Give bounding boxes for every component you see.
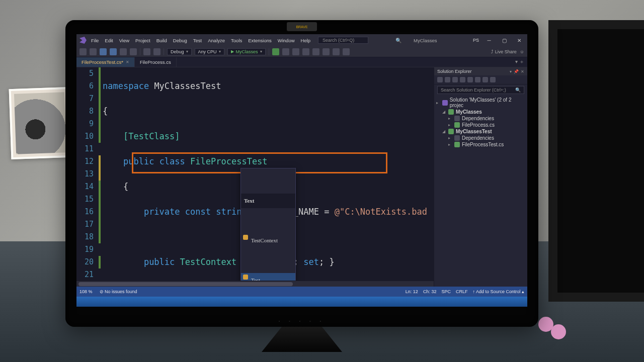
zoom-level[interactable]: 108 % [79,289,93,294]
cs-file-icon [454,142,460,147]
intellisense-item[interactable]: TestContext [241,233,295,248]
live-share-button[interactable]: ⤴ Live Share [491,49,517,54]
webcam: BRAVE [287,22,317,31]
account-badge[interactable]: PS [473,38,479,43]
tab-label: FileProcess.cs [140,59,171,65]
feedback-icon[interactable]: ☺ [520,49,524,54]
app-title: MyClasses [414,38,437,43]
config-dropdown[interactable]: Debug [167,48,192,55]
save-icon[interactable] [120,48,127,55]
csproj-icon [448,109,454,115]
solution-explorer: Solution Explorer ▾ 📌 ✕ [434,67,527,287]
source-control-button[interactable]: ↑ Add to Source Control ▴ [472,289,524,294]
properties-icon[interactable] [467,77,473,82]
menu-extensions[interactable]: Extensions [246,37,274,44]
nav-fwd-icon[interactable] [90,48,97,55]
search-box[interactable]: Search (Ctrl+Q) [318,37,368,44]
home-icon[interactable] [437,77,443,82]
save-all-icon[interactable] [130,48,137,55]
solution-search[interactable]: Search Solution Explorer (Ctrl+;)🔍 [437,86,524,94]
start-button[interactable]: MyClasses [227,48,266,55]
code-area[interactable]: namespace MyClassesTest { [TestClass] pu… [101,67,434,281]
tree-item[interactable]: ▸ Dependencies [436,115,525,122]
toolbar-icon[interactable] [312,48,319,55]
nav-back-icon[interactable] [79,48,87,55]
tab-overflow-icon[interactable]: ▾ ＋ [512,57,527,67]
tab-fileprocesstest[interactable]: FileProcessTest.cs* ✕ [76,57,135,67]
titlebar: File Edit View Project Build Debug Test … [76,34,527,46]
editor[interactable]: 56 78 910 1112 1314 1516 1718 1920 2122 [76,67,434,287]
menu-build[interactable]: Build [154,37,170,44]
menu-test[interactable]: Test [191,37,204,44]
toolbar-icon[interactable] [302,48,309,55]
intellisense-item[interactable]: Test [241,273,295,281]
new-project-icon[interactable] [100,48,107,55]
tree-item[interactable]: ▸ FileProcessTest.cs [436,141,525,148]
undo-icon[interactable] [143,48,150,55]
tab-label: FileProcessTest.cs* [82,59,123,65]
toolbar-icon[interactable] [292,48,299,55]
redo-icon[interactable] [153,48,160,55]
menu-tools[interactable]: Tools [228,37,245,44]
sync-icon[interactable] [460,77,465,82]
search-icon[interactable]: 🔍 [395,38,401,43]
menu-project[interactable]: Project [133,37,153,44]
line-ending[interactable]: CRLF [456,289,468,294]
second-monitor [548,20,644,302]
close-tab-icon[interactable]: ✕ [126,60,129,64]
toolbar-icon[interactable] [333,48,340,55]
intellisense-header: Text [241,194,295,208]
main-menu: File Edit View Project Build Debug Test … [89,37,313,44]
separator [140,48,140,55]
refresh-icon[interactable] [445,77,450,82]
maximize-button[interactable]: ▢ [499,38,509,43]
csproj-icon [448,129,454,134]
tree-item[interactable]: ▸ FileProcess.cs [436,122,525,128]
desk-flower [533,307,574,347]
document-tabs: FileProcessTest.cs* ✕ FileProcess.cs ▾ ＋ [76,57,527,67]
indent-mode[interactable]: SPC [441,289,451,294]
toolbar-icon[interactable] [343,48,350,55]
toolbar-icon[interactable] [282,48,289,55]
menu-help[interactable]: Help [298,37,313,44]
tab-fileprocess[interactable]: FileProcess.cs [135,57,177,67]
pin-icon[interactable]: ▾ [510,69,512,74]
toolbar-icon[interactable] [490,77,496,82]
collapse-icon[interactable] [452,77,458,82]
solution-tree[interactable]: ▸ Solution 'MyClasses' (2 of 2 projec ◢ … [434,96,527,287]
toolbar-icon[interactable] [482,77,488,82]
toolbar-icon[interactable] [323,48,330,55]
line-number-gutter: 56 78 910 1112 1314 1516 1718 1920 2122 [76,67,99,281]
horizontal-scrollbar[interactable] [76,281,434,287]
minimize-button[interactable]: ─ [484,38,494,43]
intellisense-popup[interactable]: Text TestContext Test testContext test G… [240,168,296,281]
pin-icon[interactable]: 📌 [514,69,519,74]
visual-studio-window: File Edit View Project Build Debug Test … [76,34,527,307]
close-panel-icon[interactable]: ✕ [521,69,524,74]
project-node[interactable]: ◢ MyClassesTest [436,128,525,135]
solution-toolbar [434,75,527,84]
cs-file-icon [454,122,460,128]
cursor-col: Ch: 32 [423,289,437,294]
solution-icon [442,100,448,106]
open-icon[interactable] [110,48,117,55]
menu-view[interactable]: View [117,37,132,44]
windows-taskbar[interactable] [76,297,527,307]
menu-window[interactable]: Window [275,37,297,44]
menu-debug[interactable]: Debug [171,37,190,44]
tree-item[interactable]: ▸ Dependencies [436,135,525,141]
menu-analyze[interactable]: Analyze [205,37,227,44]
menu-edit[interactable]: Edit [102,37,115,44]
dependencies-icon [454,135,460,141]
menu-file[interactable]: File [89,37,101,44]
toolbar-icon[interactable] [272,48,279,55]
toolbar: Debug Any CPU MyClasses ⤴ Live Share ☺ [76,46,527,57]
project-node[interactable]: ◢ MyClasses [436,109,525,115]
solution-node[interactable]: ▸ Solution 'MyClasses' (2 of 2 projec [436,97,525,109]
close-button[interactable]: ✕ [514,38,524,43]
dependencies-icon [454,116,460,121]
show-all-icon[interactable] [475,77,480,82]
platform-dropdown[interactable]: Any CPU [195,48,224,55]
monitor-bezel: BRAVE ◦ ◦ ◦ ◦ ◦ File Edit View Project B… [65,20,538,327]
issues-indicator[interactable]: ⊘ No issues found [100,289,137,294]
